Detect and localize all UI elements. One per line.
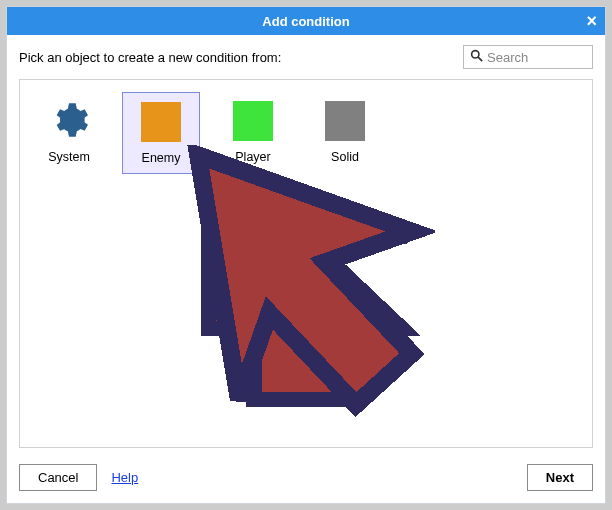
enemy-swatch (141, 102, 181, 142)
object-enemy[interactable]: Enemy (122, 92, 200, 174)
header-row: Pick an object to create a new condition… (7, 35, 605, 79)
solid-swatch (325, 101, 365, 141)
search-field[interactable] (463, 45, 593, 69)
object-label: Enemy (125, 151, 197, 165)
svg-marker-2 (208, 165, 407, 399)
next-button[interactable]: Next (527, 464, 593, 491)
add-condition-dialog: Add condition × Pick an object to create… (6, 6, 606, 504)
search-input[interactable] (487, 50, 586, 65)
dialog-title: Add condition (262, 14, 349, 29)
object-label: Solid (308, 150, 382, 164)
svg-line-1 (478, 57, 482, 61)
cancel-button[interactable]: Cancel (19, 464, 97, 491)
object-system[interactable]: System (30, 92, 108, 174)
close-icon[interactable]: × (586, 10, 597, 32)
gear-icon (49, 100, 89, 143)
player-swatch (233, 101, 273, 141)
titlebar: Add condition × (7, 7, 605, 35)
object-solid[interactable]: Solid (306, 92, 384, 174)
search-icon (470, 49, 483, 65)
svg-point-0 (472, 51, 479, 58)
object-grid: System Enemy Player Solid (30, 92, 582, 174)
svg-marker-3 (208, 165, 407, 399)
svg-marker-4 (198, 155, 412, 404)
object-panel: System Enemy Player Solid (19, 79, 593, 448)
prompt-text: Pick an object to create a new condition… (19, 50, 463, 65)
object-player[interactable]: Player (214, 92, 292, 174)
cursor-arrow-overlay (175, 145, 435, 425)
object-label: System (32, 150, 106, 164)
footer: Cancel Help Next (7, 456, 605, 503)
help-link[interactable]: Help (111, 470, 138, 485)
cursor-arrow-icon (208, 165, 407, 399)
object-label: Player (216, 150, 290, 164)
